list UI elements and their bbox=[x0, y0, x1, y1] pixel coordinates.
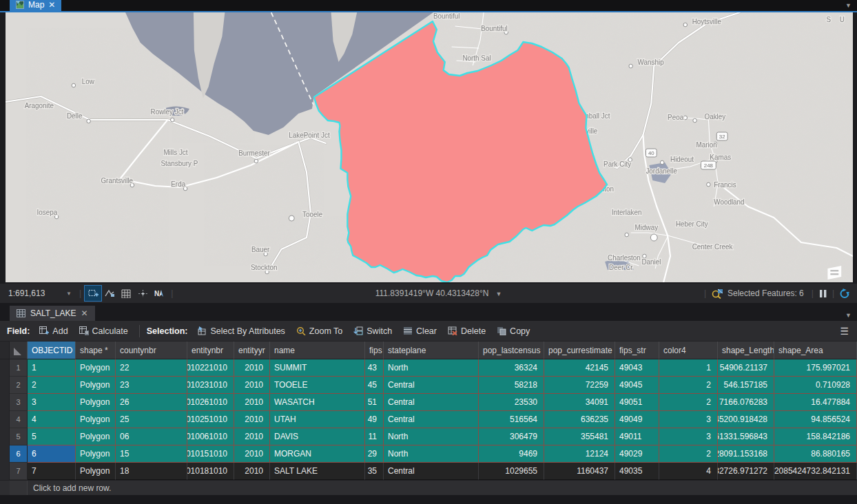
column-header-pop-currestimate[interactable]: pop_currestimate bbox=[544, 342, 615, 359]
column-header-color4[interactable]: color4 bbox=[659, 342, 718, 359]
table-cell[interactable]: SUMMIT bbox=[270, 359, 365, 377]
table-cell[interactable]: 2010061010 bbox=[187, 428, 234, 445]
table-cell[interactable]: 1 bbox=[659, 359, 718, 377]
select-all-corner-cell[interactable] bbox=[10, 342, 28, 359]
table-cell[interactable]: 232726.971272 bbox=[718, 463, 774, 480]
table-cell[interactable]: 49011 bbox=[615, 428, 659, 445]
table-cell[interactable]: 6 bbox=[28, 445, 76, 463]
table-cell[interactable]: 25 bbox=[116, 411, 187, 428]
table-cell[interactable]: 2010 bbox=[234, 428, 270, 445]
clear-selection-button[interactable]: Clear bbox=[399, 324, 441, 338]
table-cell[interactable]: 23 bbox=[116, 377, 187, 394]
table-cell[interactable]: 546.157185 bbox=[718, 377, 774, 394]
table-cell[interactable]: 175.997021 bbox=[774, 359, 857, 377]
row-number-cell[interactable]: 7 bbox=[10, 463, 28, 480]
table-cell[interactable]: 2010261010 bbox=[187, 394, 234, 411]
table-cell[interactable]: 4 bbox=[659, 463, 718, 480]
table-cell[interactable]: 11 bbox=[365, 428, 384, 445]
column-header-name[interactable]: name bbox=[270, 342, 365, 359]
table-cell[interactable]: TOOELE bbox=[270, 377, 365, 394]
table-cell[interactable]: 2010 bbox=[234, 411, 270, 428]
table-cell[interactable]: North bbox=[384, 359, 479, 377]
table-cell[interactable]: Central bbox=[384, 411, 479, 428]
explore-tool-button[interactable] bbox=[101, 286, 118, 301]
delete-selection-button[interactable]: Delete bbox=[444, 324, 490, 338]
scale-dropdown[interactable]: 1:691,613 ▼ bbox=[4, 286, 76, 300]
table-cell[interactable]: 2085424732.842131 bbox=[774, 463, 857, 480]
table-cell[interactable]: 42145 bbox=[544, 359, 615, 377]
table-cell[interactable]: 7166.076283 bbox=[718, 394, 774, 411]
table-cell[interactable]: North bbox=[384, 428, 479, 445]
table-cell[interactable]: 16.477884 bbox=[774, 394, 857, 411]
row-number-cell[interactable]: 4 bbox=[10, 411, 28, 428]
table-cell[interactable]: 23530 bbox=[479, 394, 544, 411]
table-cell[interactable]: 49045 bbox=[615, 377, 659, 394]
table-cell[interactable]: 3 bbox=[659, 411, 718, 428]
column-header-shape-area[interactable]: shape_Area bbox=[774, 342, 857, 359]
table-cell[interactable]: 28091.153168 bbox=[718, 445, 774, 463]
column-header-fips[interactable]: fips bbox=[365, 342, 384, 359]
column-header-countynbr[interactable]: countynbr bbox=[116, 342, 187, 359]
column-header-shape-length[interactable]: shape_Length bbox=[718, 342, 774, 359]
table-cell[interactable]: 2 bbox=[659, 377, 718, 394]
table-cell[interactable]: 306479 bbox=[479, 428, 544, 445]
table-cell[interactable]: 49049 bbox=[615, 411, 659, 428]
calculate-field-button[interactable]: Calculate bbox=[75, 324, 132, 338]
table-cell[interactable]: 2010221010 bbox=[187, 359, 234, 377]
column-header-objectid-[interactable]: OBJECTID * bbox=[28, 342, 76, 359]
table-cell[interactable]: 2010 bbox=[234, 377, 270, 394]
table-cell[interactable]: 3 bbox=[28, 394, 76, 411]
table-cell[interactable]: 636235 bbox=[544, 411, 615, 428]
refresh-icon[interactable] bbox=[839, 288, 850, 299]
table-cell[interactable]: 34091 bbox=[544, 394, 615, 411]
table-cell[interactable]: 1029655 bbox=[479, 463, 544, 480]
table-cell[interactable]: 72259 bbox=[544, 377, 615, 394]
table-cell[interactable]: MORGAN bbox=[270, 445, 365, 463]
table-cell[interactable]: Central bbox=[384, 377, 479, 394]
table-cell[interactable]: 2010 bbox=[234, 394, 270, 411]
select-by-attributes-button[interactable]: Select By Attributes bbox=[193, 324, 289, 338]
table-cell[interactable]: Polygon bbox=[76, 377, 116, 394]
coordinate-readout[interactable]: 111.8391419°W 40.4313428°N▼ bbox=[176, 288, 701, 298]
tab-bar-menu-caret-icon[interactable]: ▼ bbox=[845, 0, 851, 11]
tab-salt-lake[interactable]: SALT_LAKE ✕ bbox=[10, 306, 95, 321]
table-cell[interactable]: 2 bbox=[659, 394, 718, 411]
table-cell[interactable]: Polygon bbox=[76, 445, 116, 463]
column-header-pop-lastcensus[interactable]: pop_lastcensus bbox=[479, 342, 544, 359]
table-cell[interactable]: 2010231010 bbox=[187, 377, 234, 394]
table-menu-icon[interactable]: ☰ bbox=[840, 326, 849, 337]
table-cell[interactable]: 49029 bbox=[615, 445, 659, 463]
add-new-row[interactable]: Click to add new row. bbox=[0, 480, 857, 495]
table-cell[interactable]: North bbox=[384, 445, 479, 463]
table-cell[interactable]: 15 bbox=[116, 445, 187, 463]
table-cell[interactable]: 58218 bbox=[479, 377, 544, 394]
table-cell[interactable]: 36324 bbox=[479, 359, 544, 377]
table-cell[interactable]: Polygon bbox=[76, 428, 116, 445]
table-cell[interactable]: 22 bbox=[116, 359, 187, 377]
table-cell[interactable]: 49051 bbox=[615, 394, 659, 411]
table-cell[interactable]: 0.710928 bbox=[774, 377, 857, 394]
select-tool-button[interactable] bbox=[85, 286, 101, 301]
selected-features-label[interactable]: Selected Features: 6 bbox=[727, 288, 804, 298]
table-cell[interactable]: 49043 bbox=[615, 359, 659, 377]
table-cell[interactable]: 18 bbox=[116, 463, 187, 480]
switch-selection-button[interactable]: Switch bbox=[349, 324, 396, 338]
table-cell[interactable]: 86.880165 bbox=[774, 445, 857, 463]
table-cell[interactable]: 9469 bbox=[479, 445, 544, 463]
zoom-to-button[interactable]: Zoom To bbox=[292, 324, 347, 338]
table-bar-menu-caret-icon[interactable]: ▼ bbox=[845, 310, 851, 321]
tab-map[interactable]: Map ✕ bbox=[10, 0, 61, 11]
table-cell[interactable]: 26 bbox=[116, 394, 187, 411]
add-field-button[interactable]: Add bbox=[35, 324, 72, 338]
table-cell[interactable]: SALT LAKE bbox=[270, 463, 365, 480]
table-cell[interactable]: 45200.918428 bbox=[718, 411, 774, 428]
table-cell[interactable]: 7 bbox=[28, 463, 76, 480]
table-cell[interactable]: 49 bbox=[365, 411, 384, 428]
map-tab-close-icon[interactable]: ✕ bbox=[48, 0, 55, 10]
table-cell[interactable]: Polygon bbox=[76, 394, 116, 411]
table-cell[interactable]: 2 bbox=[28, 377, 76, 394]
table-cell[interactable]: 1160437 bbox=[544, 463, 615, 480]
table-tab-close-icon[interactable]: ✕ bbox=[81, 308, 87, 318]
table-cell[interactable]: 43 bbox=[365, 359, 384, 377]
column-header-fips-str[interactable]: fips_str bbox=[615, 342, 659, 359]
